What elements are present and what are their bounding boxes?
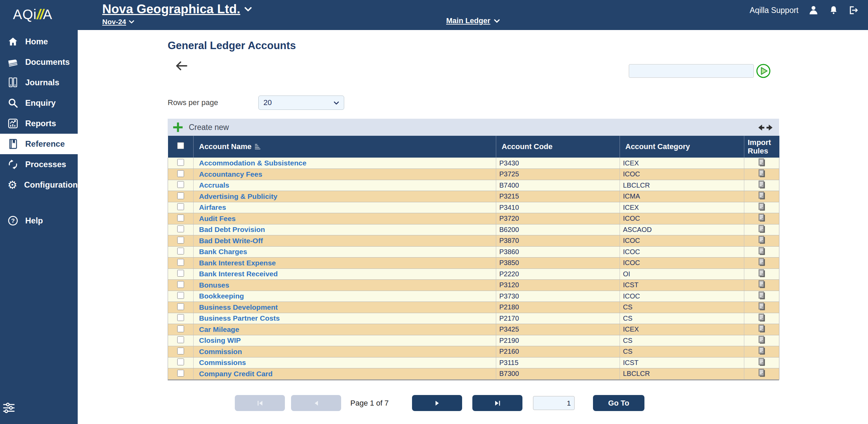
import-rules-icon[interactable] <box>758 357 766 367</box>
import-rules-icon[interactable] <box>758 302 766 311</box>
create-new-button[interactable]: Create new <box>189 123 229 132</box>
account-name-link[interactable]: Company Credit Card <box>194 370 273 378</box>
import-rules-icon[interactable] <box>758 247 766 256</box>
account-name-link[interactable]: Accommodation & Subsistence <box>194 159 306 167</box>
import-rules-icon[interactable] <box>758 191 766 200</box>
import-rules-icon[interactable] <box>758 169 766 178</box>
sidebar-item-reference[interactable]: Reference <box>0 134 78 154</box>
import-rules-icon[interactable] <box>758 258 766 267</box>
import-rules-icon[interactable] <box>758 280 766 289</box>
sidebar-item-enquiry[interactable]: Enquiry <box>0 93 78 113</box>
import-rules-icon[interactable] <box>758 235 766 245</box>
account-name-link[interactable]: Commission <box>194 348 242 355</box>
row-checkbox[interactable] <box>177 314 184 321</box>
aqilla-logo: AQi//A <box>13 7 52 22</box>
account-name-link[interactable]: Accruals <box>194 181 229 189</box>
sidebar-item-configuration[interactable]: ⚙ Configuration <box>0 175 78 195</box>
row-checkbox[interactable] <box>177 192 184 199</box>
row-checkbox[interactable] <box>177 325 184 332</box>
back-button[interactable] <box>174 61 188 72</box>
row-checkbox[interactable] <box>177 303 184 310</box>
last-page-button[interactable] <box>472 395 522 411</box>
user-icon[interactable] <box>808 5 819 16</box>
account-name-link[interactable]: Business Partner Costs <box>194 314 280 322</box>
row-checkbox[interactable] <box>177 292 184 299</box>
account-name-link[interactable]: Bank Interest Received <box>194 270 278 278</box>
account-name-link[interactable]: Audit Fees <box>194 215 235 222</box>
import-rules-icon[interactable] <box>758 324 766 333</box>
row-checkbox[interactable] <box>177 281 184 288</box>
first-page-button[interactable] <box>235 395 285 411</box>
import-rules-icon[interactable] <box>758 291 766 300</box>
row-checkbox[interactable] <box>177 370 184 377</box>
column-header-account-category[interactable]: Account Category <box>620 136 744 158</box>
row-checkbox[interactable] <box>177 259 184 266</box>
previous-page-button[interactable] <box>291 395 341 411</box>
import-rules-icon[interactable] <box>758 346 766 355</box>
account-name-link[interactable]: Commissions <box>194 359 246 366</box>
account-name-link[interactable]: Car Mileage <box>194 325 239 333</box>
logout-icon[interactable] <box>848 5 858 15</box>
account-name-link[interactable]: Bookkeeping <box>194 292 244 300</box>
import-rules-icon[interactable] <box>758 202 766 211</box>
row-checkbox-cell <box>168 280 194 291</box>
account-name-link[interactable]: Closing WIP <box>194 336 241 344</box>
import-rules-icon[interactable] <box>758 313 766 322</box>
import-rules-icon[interactable] <box>758 335 766 345</box>
run-search-button[interactable] <box>756 63 771 78</box>
row-checkbox[interactable] <box>177 270 184 277</box>
sidebar-item-home[interactable]: Home <box>0 31 78 52</box>
account-name-link[interactable]: Bonuses <box>194 281 229 289</box>
resize-columns-icon[interactable] <box>758 123 773 132</box>
column-header-account-code[interactable]: Account Code <box>496 136 620 158</box>
account-name-link[interactable]: Advertising & Publicity <box>194 192 277 200</box>
period-value[interactable]: Nov-24 <box>102 18 126 26</box>
sidebar-item-processes[interactable]: Processes <box>0 154 78 175</box>
account-name-link[interactable]: Bank Interest Expense <box>194 259 276 267</box>
column-header-import-rules[interactable]: Import Rules <box>744 136 779 158</box>
company-name[interactable]: Nova Geographica Ltd. <box>102 2 240 16</box>
import-rules-icon[interactable] <box>758 368 766 378</box>
row-checkbox[interactable] <box>177 237 184 244</box>
import-rules-icon[interactable] <box>758 180 766 189</box>
period-selector[interactable]: Nov-24 <box>102 18 134 26</box>
filter-sliders-icon[interactable] <box>2 401 16 415</box>
sidebar-item-journals[interactable]: Journals <box>0 72 78 93</box>
row-checkbox[interactable] <box>177 170 184 177</box>
row-checkbox[interactable] <box>177 203 184 210</box>
row-checkbox[interactable] <box>177 348 184 354</box>
account-name-link[interactable]: Accountancy Fees <box>194 170 262 178</box>
account-name-link[interactable]: Business Development <box>194 303 278 311</box>
sidebar-item-help[interactable]: ? Help <box>0 210 78 231</box>
ledger-name[interactable]: Main Ledger <box>446 16 490 25</box>
plus-icon[interactable] <box>172 122 183 133</box>
sidebar-item-documents[interactable]: Documents <box>0 52 78 72</box>
goto-page-input[interactable] <box>533 396 575 410</box>
account-name-link[interactable]: Airfares <box>194 203 226 211</box>
row-checkbox[interactable] <box>177 159 184 166</box>
search-input[interactable] <box>629 64 754 78</box>
account-name-link[interactable]: Bad Debt Provision <box>194 225 265 233</box>
next-page-button[interactable] <box>412 395 462 411</box>
row-checkbox[interactable] <box>177 336 184 343</box>
goto-page-button[interactable]: Go To <box>593 395 644 411</box>
sidebar-item-reports[interactable]: Reports <box>0 113 78 134</box>
select-all-checkbox[interactable] <box>177 142 184 149</box>
import-rules-icon[interactable] <box>758 158 766 167</box>
row-checkbox[interactable] <box>177 248 184 254</box>
company-selector[interactable]: Nova Geographica Ltd. <box>102 2 252 16</box>
import-rules-icon[interactable] <box>758 269 766 278</box>
import-rules-cell <box>744 324 779 335</box>
row-checkbox[interactable] <box>177 359 184 365</box>
row-checkbox[interactable] <box>177 225 184 232</box>
column-header-account-name[interactable]: Account Name <box>194 136 496 158</box>
account-name-link[interactable]: Bad Debt Write-Off <box>194 237 263 245</box>
ledger-selector[interactable]: Main Ledger <box>422 16 524 25</box>
rows-per-page-select[interactable]: 20 <box>258 96 344 110</box>
account-name-link[interactable]: Bank Charges <box>194 248 247 255</box>
row-checkbox[interactable] <box>177 181 184 188</box>
bell-icon[interactable] <box>828 5 839 16</box>
row-checkbox[interactable] <box>177 215 184 221</box>
import-rules-icon[interactable] <box>758 213 766 222</box>
import-rules-icon[interactable] <box>758 224 766 234</box>
